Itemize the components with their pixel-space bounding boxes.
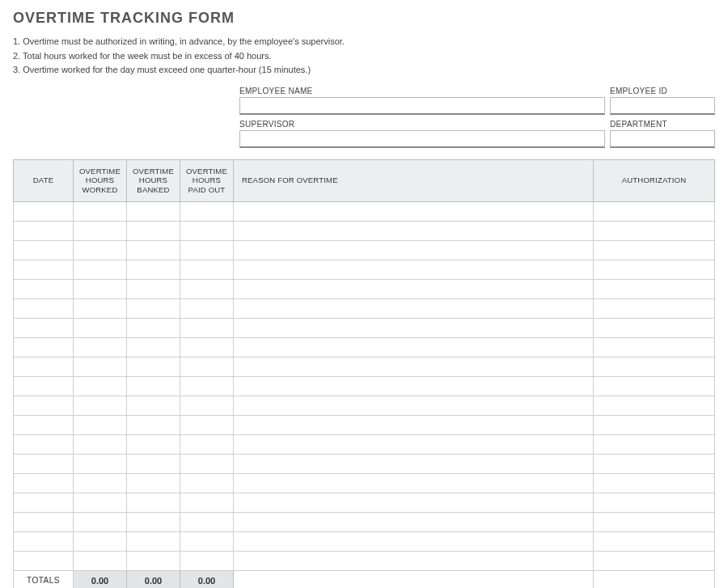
table-cell[interactable]	[74, 319, 127, 338]
table-cell[interactable]	[127, 552, 180, 571]
table-cell[interactable]	[14, 493, 74, 513]
table-cell[interactable]	[127, 241, 180, 260]
table-cell[interactable]	[594, 357, 715, 377]
table-cell[interactable]	[234, 455, 594, 474]
table-cell[interactable]	[127, 299, 180, 319]
table-cell[interactable]	[74, 260, 127, 280]
table-cell[interactable]	[180, 532, 234, 552]
table-cell[interactable]	[594, 338, 715, 357]
table-cell[interactable]	[234, 222, 594, 241]
table-cell[interactable]	[74, 396, 127, 416]
table-cell[interactable]	[180, 513, 234, 532]
table-cell[interactable]	[594, 455, 715, 474]
table-cell[interactable]	[74, 222, 127, 241]
table-cell[interactable]	[180, 552, 234, 571]
table-cell[interactable]	[594, 532, 715, 552]
table-cell[interactable]	[14, 416, 74, 435]
table-cell[interactable]	[14, 222, 74, 241]
table-cell[interactable]	[14, 280, 74, 299]
table-cell[interactable]	[127, 377, 180, 396]
table-cell[interactable]	[234, 435, 594, 455]
table-cell[interactable]	[127, 338, 180, 357]
table-cell[interactable]	[234, 532, 594, 552]
table-cell[interactable]	[74, 552, 127, 571]
table-cell[interactable]	[74, 455, 127, 474]
table-cell[interactable]	[127, 319, 180, 338]
table-cell[interactable]	[594, 416, 715, 435]
table-cell[interactable]	[127, 532, 180, 552]
table-cell[interactable]	[127, 455, 180, 474]
table-cell[interactable]	[594, 202, 715, 222]
table-cell[interactable]	[234, 396, 594, 416]
table-cell[interactable]	[234, 552, 594, 571]
table-cell[interactable]	[234, 513, 594, 532]
table-cell[interactable]	[74, 299, 127, 319]
table-cell[interactable]	[74, 416, 127, 435]
table-cell[interactable]	[234, 202, 594, 222]
table-cell[interactable]	[180, 357, 234, 377]
table-cell[interactable]	[594, 319, 715, 338]
table-cell[interactable]	[74, 493, 127, 513]
table-cell[interactable]	[14, 319, 74, 338]
table-cell[interactable]	[234, 241, 594, 260]
table-cell[interactable]	[14, 396, 74, 416]
table-cell[interactable]	[594, 241, 715, 260]
table-cell[interactable]	[14, 455, 74, 474]
table-cell[interactable]	[127, 396, 180, 416]
table-cell[interactable]	[127, 435, 180, 455]
table-cell[interactable]	[234, 493, 594, 513]
table-cell[interactable]	[180, 299, 234, 319]
table-cell[interactable]	[234, 416, 594, 435]
table-cell[interactable]	[14, 241, 74, 260]
table-cell[interactable]	[180, 241, 234, 260]
table-cell[interactable]	[14, 202, 74, 222]
table-cell[interactable]	[234, 377, 594, 396]
table-cell[interactable]	[594, 260, 715, 280]
table-cell[interactable]	[14, 357, 74, 377]
table-cell[interactable]	[74, 241, 127, 260]
table-cell[interactable]	[594, 222, 715, 241]
table-cell[interactable]	[180, 319, 234, 338]
table-cell[interactable]	[74, 474, 127, 493]
table-cell[interactable]	[127, 280, 180, 299]
table-cell[interactable]	[14, 260, 74, 280]
table-cell[interactable]	[234, 280, 594, 299]
table-cell[interactable]	[74, 513, 127, 532]
table-cell[interactable]	[180, 280, 234, 299]
table-cell[interactable]	[74, 202, 127, 222]
table-cell[interactable]	[234, 474, 594, 493]
table-cell[interactable]	[127, 474, 180, 493]
table-cell[interactable]	[180, 338, 234, 357]
employee-id-input[interactable]	[610, 97, 715, 115]
table-cell[interactable]	[234, 357, 594, 377]
table-cell[interactable]	[234, 299, 594, 319]
table-cell[interactable]	[180, 493, 234, 513]
table-cell[interactable]	[127, 202, 180, 222]
supervisor-input[interactable]	[239, 130, 605, 148]
table-cell[interactable]	[14, 552, 74, 571]
table-cell[interactable]	[234, 338, 594, 357]
table-cell[interactable]	[594, 280, 715, 299]
table-cell[interactable]	[127, 416, 180, 435]
table-cell[interactable]	[594, 474, 715, 493]
table-cell[interactable]	[14, 377, 74, 396]
table-cell[interactable]	[127, 513, 180, 532]
table-cell[interactable]	[74, 280, 127, 299]
table-cell[interactable]	[74, 377, 127, 396]
table-cell[interactable]	[234, 319, 594, 338]
table-cell[interactable]	[180, 222, 234, 241]
table-cell[interactable]	[127, 260, 180, 280]
table-cell[interactable]	[180, 377, 234, 396]
table-cell[interactable]	[14, 474, 74, 493]
table-cell[interactable]	[594, 513, 715, 532]
employee-name-input[interactable]	[239, 97, 605, 115]
table-cell[interactable]	[14, 338, 74, 357]
table-cell[interactable]	[14, 435, 74, 455]
table-cell[interactable]	[180, 474, 234, 493]
table-cell[interactable]	[127, 357, 180, 377]
table-cell[interactable]	[127, 493, 180, 513]
table-cell[interactable]	[594, 552, 715, 571]
table-cell[interactable]	[180, 260, 234, 280]
department-input[interactable]	[610, 130, 715, 148]
table-cell[interactable]	[594, 299, 715, 319]
